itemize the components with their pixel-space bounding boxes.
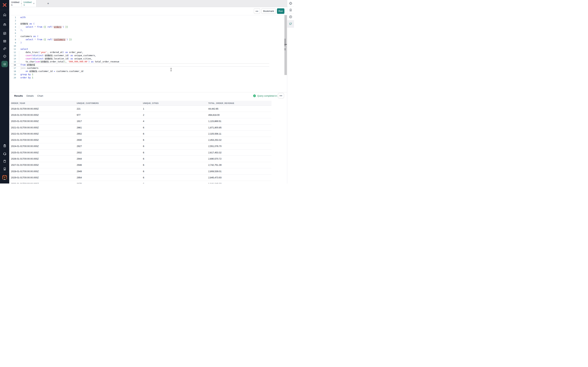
table-cell[interactable]: 1,871,800.85 — [208, 126, 271, 129]
code-line[interactable]: 12 date_trunc('year', ordered_at) as ord… — [9, 51, 269, 54]
tab-untitled-1[interactable]: Untitled 1 × — [9, 0, 22, 7]
table-cell[interactable]: 2029-01-01T00:00:00.000Z — [11, 176, 77, 179]
table-cell[interactable]: 6 — [143, 158, 208, 160]
column-header[interactable]: UNIQUE_CITIES — [143, 102, 208, 104]
table-cell[interactable]: 6 — [143, 176, 208, 179]
table-cell[interactable]: 2019-01-01T00:00:00.000Z — [11, 114, 77, 116]
tab-untitled-2-active[interactable]: Untitled 1 × — [22, 0, 36, 7]
table-row[interactable]: 2020-01-01T00:00:00.000Z191741,115,869.5… — [9, 118, 271, 125]
sidebar-item-organization[interactable] — [0, 167, 9, 171]
table-cell[interactable]: 1 — [143, 108, 208, 110]
code-line[interactable]: 18 on orders.customer_id = customers.cus… — [9, 70, 269, 73]
table-cell[interactable]: 2661 — [77, 126, 143, 129]
run-button[interactable]: Run — [277, 8, 285, 14]
code-line[interactable]: 20order by 1 — [9, 76, 269, 79]
code-line[interactable]: 4 select * from {{ ref('orders') }} — [9, 25, 269, 29]
more-options-button[interactable]: ••• — [254, 8, 260, 14]
table-cell[interactable]: 2,845,473.93 — [208, 176, 271, 179]
code-line[interactable]: 19group by 1 — [9, 73, 269, 76]
sidebar-item-components[interactable] — [0, 47, 9, 50]
code-line[interactable]: 13 count(distinct orders.customer_id) as… — [9, 54, 269, 57]
table-cell[interactable]: 6 — [143, 139, 208, 141]
table-cell[interactable]: 2026-01-01T00:00:00.000Z — [11, 158, 77, 160]
table-row[interactable]: 2018-01-01T00:00:00.000Z221144,442.65 — [9, 106, 271, 112]
table-cell[interactable]: 494,818.00 — [208, 114, 271, 116]
table-cell[interactable]: 2023-01-01T00:00:00.000Z — [11, 139, 77, 141]
table-cell[interactable]: 2,742,751.39 — [208, 164, 271, 166]
code-line[interactable]: 7customers as ( — [9, 35, 269, 38]
close-icon[interactable]: × — [33, 2, 35, 5]
code-line[interactable]: 16from orders — [9, 63, 269, 67]
table-row[interactable]: 2029-01-01T00:00:00.000Z295462,845,473.9… — [9, 175, 271, 181]
table-row[interactable]: 2030-01-01T00:00:00.000Z287961,841,049.3… — [9, 181, 271, 184]
code-line[interactable]: 10 — [9, 44, 269, 48]
table-row[interactable]: 2021-01-01T00:00:00.000Z266161,871,800.8… — [9, 125, 271, 131]
sidebar-item-home[interactable] — [0, 10, 9, 19]
table-row[interactable]: 2023-01-01T00:00:00.000Z293062,453,253.3… — [9, 137, 271, 143]
table-cell[interactable]: 2954 — [77, 176, 143, 179]
table-cell[interactable]: 2028-01-01T00:00:00.000Z — [11, 170, 77, 173]
table-cell[interactable]: 1,841,049.32 — [208, 183, 271, 184]
code-line[interactable]: 11select — [9, 48, 269, 51]
scrollbar-thumb[interactable] — [285, 39, 286, 46]
table-cell[interactable]: 1,115,869.51 — [208, 120, 271, 123]
table-cell[interactable]: 2879 — [77, 183, 143, 184]
table-cell[interactable]: 977 — [77, 114, 143, 116]
table-row[interactable]: 2019-01-01T00:00:00.000Z9772494,818.00 — [9, 112, 271, 118]
new-tab-button[interactable]: + — [46, 1, 51, 6]
table-cell[interactable]: 2,808,539.01 — [208, 170, 271, 173]
code-line[interactable]: 9) — [9, 41, 269, 44]
table-cell[interactable]: 1917 — [77, 120, 143, 123]
table-cell[interactable]: 4 — [143, 120, 208, 123]
code-line[interactable]: 5), — [9, 29, 269, 32]
table-cell[interactable]: 6 — [143, 170, 208, 173]
table-row[interactable]: 2024-01-01T00:00:00.000Z292762,551,076.7… — [9, 143, 271, 150]
table-row[interactable]: 2027-01-01T00:00:00.000Z294662,742,751.3… — [9, 162, 271, 168]
table-cell[interactable]: 6 — [143, 126, 208, 129]
table-row[interactable]: 2025-01-01T00:00:00.000Z293262,617,453.3… — [9, 150, 271, 156]
code-line[interactable]: 15 to_char(sum(orders.order_total), '999… — [9, 60, 269, 63]
scrollbar-thumb-secondary[interactable] — [285, 48, 286, 50]
table-cell[interactable]: 6 — [143, 164, 208, 166]
sidebar-item-explore[interactable] — [0, 54, 9, 58]
code-line[interactable]: 2 — [9, 19, 269, 22]
table-cell[interactable]: 2949 — [77, 170, 143, 173]
table-cell[interactable]: 2020-01-01T00:00:00.000Z — [11, 120, 77, 123]
hex-logo[interactable] — [0, 0, 9, 10]
sidebar-item-docs[interactable] — [0, 159, 9, 163]
sidebar-item-code[interactable] — [0, 39, 9, 43]
table-cell[interactable]: 2932 — [77, 151, 143, 154]
column-header[interactable]: ORDER_YEAR — [11, 102, 77, 104]
table-cell[interactable]: 2022-01-01T00:00:00.000Z — [11, 133, 77, 135]
code-line[interactable]: 1with — [9, 16, 269, 19]
avatar[interactable] — [2, 175, 7, 180]
table-cell[interactable]: 6 — [143, 133, 208, 135]
editor-scrollbar[interactable] — [285, 15, 287, 75]
table-cell[interactable]: 44,442.65 — [208, 108, 271, 110]
sidebar-item-projects[interactable] — [0, 19, 9, 29]
tab-details[interactable]: Details — [26, 94, 34, 97]
table-row[interactable]: 2026-01-01T00:00:00.000Z294462,690,570.7… — [9, 156, 271, 162]
code-line[interactable]: 8 select * from {{ ref('customers') }} — [9, 38, 269, 41]
table-cell[interactable]: 2 — [143, 114, 208, 116]
table-cell[interactable]: 2018-01-01T00:00:00.000Z — [11, 108, 77, 110]
table-cell[interactable]: 6 — [143, 145, 208, 148]
table-cell[interactable]: 2927 — [77, 145, 143, 148]
table-cell[interactable]: 2902 — [77, 133, 143, 135]
table-cell[interactable]: 2944 — [77, 158, 143, 160]
table-cell[interactable]: 2027-01-01T00:00:00.000Z — [11, 164, 77, 166]
sidebar-item-bookmarks[interactable] — [287, 7, 294, 14]
sidebar-item-support[interactable] — [0, 152, 9, 156]
table-cell[interactable]: 221 — [77, 108, 143, 110]
sidebar-item-history[interactable] — [287, 14, 294, 20]
sidebar-item-apps[interactable] — [0, 32, 9, 35]
table-cell[interactable]: 6 — [143, 151, 208, 154]
tab-chart[interactable]: Chart — [37, 94, 43, 97]
table-row[interactable]: 2022-01-01T00:00:00.000Z290262,325,556.1… — [9, 131, 271, 137]
table-cell[interactable]: 2,617,453.32 — [208, 151, 271, 154]
table-cell[interactable]: 2,690,570.72 — [208, 158, 271, 160]
table-cell[interactable]: 2,453,253.32 — [208, 139, 271, 141]
code-line[interactable]: 3orders as ( — [9, 22, 269, 25]
table-cell[interactable]: 2021-01-01T00:00:00.000Z — [11, 126, 77, 129]
code-line[interactable]: 17join customers — [9, 67, 269, 70]
